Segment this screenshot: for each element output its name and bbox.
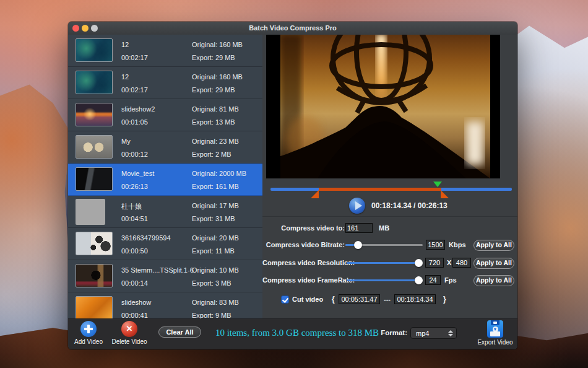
resolution-apply-all-button[interactable]: Apply to All: [473, 258, 514, 269]
compress-summary-status: 10 items, from 3.0 GB compress to 318 MB: [209, 328, 385, 338]
time-display: 00:18:14.34 / 00:26:13: [371, 201, 447, 210]
compress-to-row: Compress video to: MB: [262, 223, 517, 234]
add-video-button[interactable]: Add Video: [72, 321, 105, 345]
bitrate-label: Compress video Bitrate:: [262, 241, 345, 248]
add-video-label: Add Video: [72, 338, 105, 345]
compress-to-label: Compress video to:: [262, 224, 345, 232]
video-thumbnail: [76, 296, 113, 319]
window-title: Batch Video Compress Pro: [68, 24, 517, 32]
timeline-track[interactable]: [270, 188, 512, 191]
cut-video-label: Cut video: [292, 296, 323, 303]
video-duration: 00:26:13: [121, 183, 148, 190]
cut-close-brace: }: [443, 295, 446, 304]
add-video-icon: [80, 321, 97, 337]
video-thumbnail: [76, 232, 113, 255]
play-button[interactable]: [349, 198, 365, 214]
video-list: 12 00:02:17 Original: 160 MB Export: 29 …: [68, 35, 263, 319]
list-item[interactable]: 杜十娘 00:04:51 Original: 17 MB Export: 31 …: [68, 196, 262, 228]
export-video-button[interactable]: Export Video: [475, 320, 515, 346]
video-thumbnail: [76, 135, 113, 159]
video-duration: 00:00:14: [121, 279, 148, 287]
list-item[interactable]: My 00:00:12 Original: 23 MB Export: 2 MB: [68, 131, 262, 164]
list-item[interactable]: slideshow2 00:01:05 Original: 81 MB Expo…: [68, 99, 262, 131]
cut-open-brace: {: [332, 295, 335, 304]
list-item[interactable]: 3616634799594 00:00:50 Original: 20 MB E…: [68, 228, 262, 260]
list-item[interactable]: 35 Stemm....TSSplit.1-6 00:00:14 Origina…: [68, 260, 262, 292]
playhead-marker-icon[interactable]: [433, 182, 442, 187]
export-video-icon: [487, 320, 503, 338]
video-original-size: Original: 2000 MB: [192, 170, 246, 177]
format-dropdown[interactable]: mp4: [410, 327, 457, 339]
video-export-size: Export: 29 MB: [192, 54, 235, 61]
list-item-selected[interactable]: Movie_test 00:26:13 Original: 2000 MB Ex…: [68, 164, 262, 196]
format-label: Format:: [376, 329, 407, 336]
bottom-toolbar: Add Video ✕ Delete Video Clear All 10 it…: [68, 318, 517, 349]
trim-end-handle-icon[interactable]: [441, 190, 449, 198]
resolution-label: Compress video Resolution:: [262, 259, 345, 266]
video-duration: 00:04:51: [121, 215, 148, 222]
video-original-size: Original: 10 MB: [192, 266, 239, 274]
video-original-size: Original: 20 MB: [192, 234, 239, 242]
play-icon: [355, 201, 362, 210]
video-export-size: Export: 2 MB: [192, 151, 231, 158]
video-name: 12: [121, 41, 129, 48]
trim-start-handle-icon[interactable]: [311, 190, 319, 198]
framerate-apply-all-button[interactable]: Apply to All: [473, 275, 514, 286]
video-preview-image: [280, 35, 490, 178]
framerate-input[interactable]: [425, 275, 441, 285]
format-value: mp4: [416, 330, 429, 337]
video-duration: 00:00:50: [121, 247, 148, 255]
list-item[interactable]: 12 00:02:17 Original: 160 MB Export: 29 …: [68, 35, 262, 67]
delete-video-label: Delete Video: [111, 338, 148, 345]
bitrate-slider[interactable]: [345, 244, 423, 246]
video-thumbnail: [76, 71, 113, 94]
resolution-slider[interactable]: [347, 262, 420, 264]
video-thumbnail: [76, 199, 105, 225]
video-stage: [266, 35, 500, 178]
clear-all-button[interactable]: Clear All: [158, 326, 201, 338]
list-item[interactable]: 12 00:02:17 Original: 160 MB Export: 29 …: [68, 67, 262, 99]
video-thumbnail: [76, 167, 113, 191]
bitrate-slider-knob[interactable]: [354, 241, 362, 249]
cut-video-row: Cut video { --- }: [262, 294, 517, 305]
video-export-size: Export: 13 MB: [192, 118, 235, 126]
cut-dash: ---: [384, 296, 391, 303]
framerate-slider-fill: [347, 279, 420, 281]
framerate-slider-knob[interactable]: [415, 276, 423, 284]
video-name: 3616634799594: [121, 234, 171, 242]
video-name: 35 Stemm....TSSplit.1-6: [121, 266, 194, 274]
video-thumbnail: [76, 264, 113, 287]
video-export-size: Export: 3 MB: [192, 279, 231, 287]
video-export-size: Export: 29 MB: [192, 86, 235, 94]
video-original-size: Original: 17 MB: [192, 202, 239, 209]
cut-start-input[interactable]: [339, 294, 380, 304]
cut-video-checkbox[interactable]: [281, 296, 289, 304]
preview-panel: 00:18:14.34 / 00:26:13 Compress video to…: [262, 35, 517, 319]
title-bar: Batch Video Compress Pro: [68, 22, 517, 35]
video-name: 12: [121, 73, 129, 81]
framerate-slider[interactable]: [347, 279, 420, 281]
list-item[interactable]: slideshow 00:00:41 Original: 83 MB Expor…: [68, 292, 262, 319]
delete-video-button[interactable]: ✕ Delete Video: [111, 321, 148, 345]
video-preview-frame: [280, 35, 490, 178]
resolution-slider-knob[interactable]: [415, 259, 423, 267]
video-export-size: Export: 31 MB: [192, 215, 235, 222]
framerate-label: Compress video FrameRate:: [262, 276, 345, 284]
bitrate-input[interactable]: [426, 240, 445, 250]
video-name: My: [121, 138, 131, 145]
framerate-row: Compress video FrameRate: Fps Apply to A…: [262, 275, 517, 286]
video-duration: 00:02:17: [121, 54, 148, 61]
bitrate-row: Compress video Bitrate: Kbps Apply to Al…: [262, 240, 517, 251]
resolution-slider-fill: [347, 262, 420, 264]
cut-end-input[interactable]: [394, 294, 436, 304]
video-name: Movie_test: [121, 170, 154, 177]
video-name: slideshow: [121, 299, 151, 306]
video-duration: 00:00:12: [121, 151, 148, 158]
video-name: slideshow2: [121, 105, 155, 113]
timeline-cut-range: [319, 188, 441, 191]
resolution-height-input[interactable]: [452, 258, 471, 268]
bitrate-apply-all-button[interactable]: Apply to All: [473, 240, 514, 251]
video-export-size: Export: 11 MB: [192, 247, 235, 255]
compress-to-input[interactable]: [345, 223, 373, 233]
resolution-width-input[interactable]: [425, 258, 444, 268]
